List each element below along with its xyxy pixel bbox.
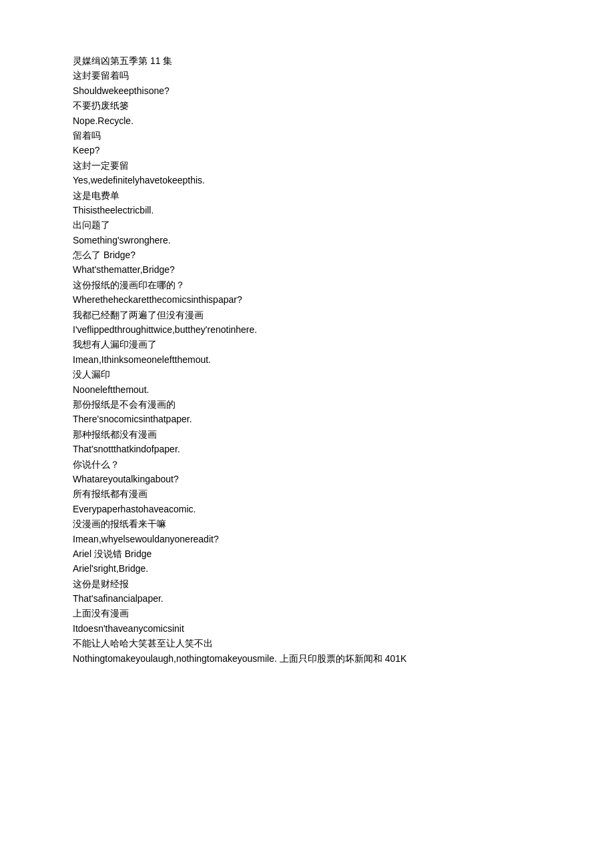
subtitle-line-21: 没人漏印 (73, 367, 541, 382)
subtitle-line-35: 这份是财经报 (73, 576, 541, 591)
subtitle-line-37: 上面没有漫画 (73, 606, 541, 620)
subtitle-line-19: 我想有人漏印漫画了 (73, 337, 541, 352)
subtitle-line-3: 不要扔废纸篓 (73, 98, 541, 113)
subtitle-line-8: Yes,wedefinitelyhavetokeepthis. (73, 173, 541, 187)
subtitle-line-7: 这封一定要留 (73, 158, 541, 173)
subtitle-line-9: 这是电费单 (73, 188, 541, 203)
subtitle-line-32: Imean,whyelsewouldanyonereadit? (73, 532, 541, 546)
subtitle-line-1: 这封要留着吗 (73, 68, 541, 83)
subtitle-line-18: I'veflippedthroughittwice,butthey'renoti… (73, 322, 541, 337)
subtitle-line-36: That'safinancialpaper. (73, 591, 541, 606)
subtitle-line-40: Nothingtomakeyoulaugh,nothingtomakeyousm… (73, 651, 541, 666)
subtitle-line-2: Shouldwekeepthisone? (73, 83, 541, 98)
subtitle-line-11: 出问题了 (73, 218, 541, 232)
subtitle-line-16: Wheretheheckaretthecomicsinthispapar? (73, 292, 541, 307)
subtitle-line-14: What'sthematter,Bridge? (73, 262, 541, 277)
subtitle-line-10: Thisistheelectricbill. (73, 203, 541, 218)
subtitle-line-39: 不能让人哈哈大笑甚至让人笑不出 (73, 636, 541, 650)
subtitle-line-20: Imean,Ithinksomeoneleftthemout. (73, 352, 541, 367)
subtitle-content: 灵媒缉凶第五季第 11 集这封要留着吗Shouldwekeepthisone?不… (73, 53, 541, 666)
subtitle-line-28: Whatareyoutalkingabout? (73, 472, 541, 486)
subtitle-line-24: There'snocomicsinthatpaper. (73, 412, 541, 426)
subtitle-line-31: 没漫画的报纸看来干嘛 (73, 516, 541, 531)
subtitle-line-6: Keep? (73, 143, 541, 157)
subtitle-line-29: 所有报纸都有漫画 (73, 486, 541, 501)
subtitle-line-0: 灵媒缉凶第五季第 11 集 (73, 53, 541, 68)
subtitle-line-38: Itdoesn'thaveanycomicsinit (73, 621, 541, 636)
subtitle-line-12: Something'swronghere. (73, 233, 541, 248)
subtitle-line-34: Ariel'sright,Bridge. (73, 561, 541, 576)
subtitle-line-5: 留着吗 (73, 128, 541, 143)
subtitle-line-15: 这份报纸的漫画印在哪的？ (73, 278, 541, 292)
subtitle-line-26: That'snottthatkindofpaper. (73, 442, 541, 456)
subtitle-line-17: 我都已经翻了两遍了但没有漫画 (73, 308, 541, 322)
subtitle-line-22: Nooneleftthemout. (73, 382, 541, 397)
subtitle-line-23: 那份报纸是不会有漫画的 (73, 397, 541, 412)
subtitle-line-30: Everypaperhastohaveacomic. (73, 502, 541, 516)
subtitle-line-13: 怎么了 Bridge? (73, 248, 541, 262)
subtitle-line-27: 你说什么？ (73, 457, 541, 472)
subtitle-line-25: 那种报纸都没有漫画 (73, 427, 541, 442)
subtitle-line-4: Nope.Recycle. (73, 113, 541, 128)
subtitle-line-33: Ariel 没说错 Bridge (73, 546, 541, 561)
